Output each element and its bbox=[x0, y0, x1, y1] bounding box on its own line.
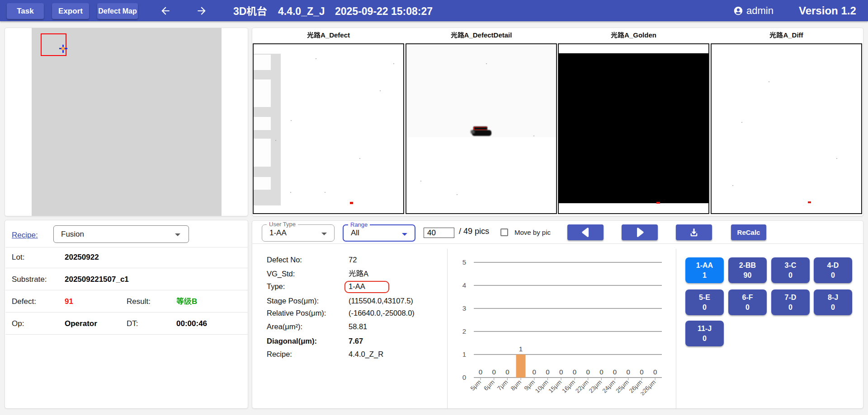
svg-text:≥26μm: ≥26μm bbox=[639, 379, 657, 397]
svg-text:0: 0 bbox=[613, 368, 617, 376]
svg-text:3: 3 bbox=[462, 304, 466, 312]
svg-text:4: 4 bbox=[462, 281, 466, 289]
svg-text:0: 0 bbox=[533, 368, 536, 376]
svg-text:16μm: 16μm bbox=[561, 379, 576, 395]
svg-text:6μm: 6μm bbox=[482, 379, 495, 392]
svg-text:0: 0 bbox=[653, 368, 657, 376]
svg-text:1: 1 bbox=[519, 345, 523, 353]
svg-text:1: 1 bbox=[462, 350, 466, 358]
svg-text:0: 0 bbox=[559, 368, 563, 376]
svg-text:5: 5 bbox=[462, 258, 466, 266]
svg-text:0: 0 bbox=[627, 368, 630, 376]
svg-text:25μm: 25μm bbox=[614, 379, 630, 395]
svg-text:0: 0 bbox=[586, 368, 590, 376]
svg-text:7μm: 7μm bbox=[496, 379, 509, 392]
svg-text:0: 0 bbox=[479, 368, 482, 376]
svg-text:0: 0 bbox=[505, 368, 509, 376]
svg-text:15μm: 15μm bbox=[547, 379, 563, 395]
svg-text:0: 0 bbox=[573, 368, 576, 376]
svg-text:0: 0 bbox=[462, 373, 466, 381]
svg-text:5μm: 5μm bbox=[469, 379, 482, 392]
svg-text:24μm: 24μm bbox=[601, 379, 617, 395]
svg-text:10μm: 10μm bbox=[534, 379, 550, 395]
svg-text:22μm: 22μm bbox=[574, 379, 590, 395]
svg-text:0: 0 bbox=[640, 368, 643, 376]
svg-text:2: 2 bbox=[462, 327, 466, 335]
svg-text:0: 0 bbox=[492, 368, 495, 376]
svg-text:0: 0 bbox=[546, 368, 549, 376]
svg-text:8μm: 8μm bbox=[509, 379, 523, 392]
svg-text:0: 0 bbox=[599, 368, 603, 376]
svg-text:23μm: 23μm bbox=[588, 379, 604, 395]
